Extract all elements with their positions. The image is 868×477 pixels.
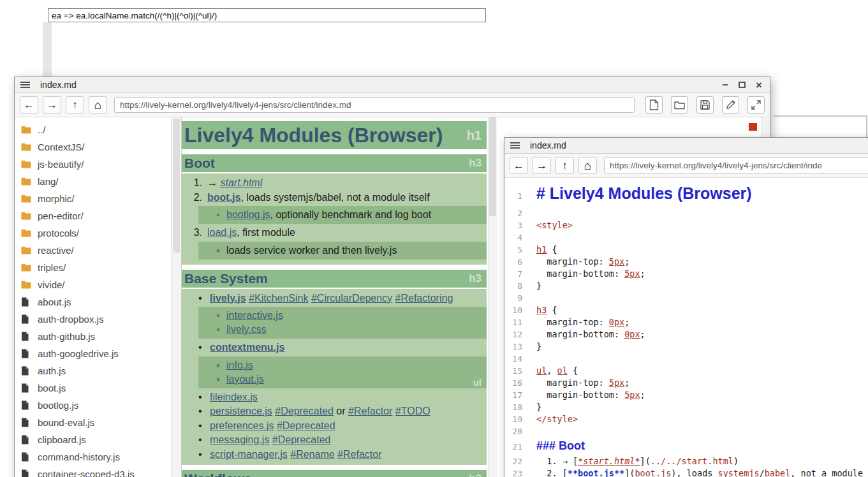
sidebar-item-file[interactable]: auth-github.js: [15, 328, 181, 345]
sidebar-item-folder[interactable]: triples/: [15, 259, 181, 276]
md-link[interactable]: start.html: [220, 177, 262, 188]
code-line[interactable]: 7 margin-bottom: 5px;: [504, 268, 868, 280]
code-line[interactable]: 22 1. → [*start.html*](../../start.html): [504, 455, 868, 467]
code-line[interactable]: 13}: [504, 341, 868, 353]
minimize-button[interactable]: −: [722, 80, 728, 91]
home-button[interactable]: ⌂: [578, 157, 597, 174]
window1-titlebar[interactable]: index.md − ×: [15, 77, 770, 93]
md-link[interactable]: #Deprecated: [277, 420, 335, 431]
forward-button[interactable]: →: [43, 96, 61, 114]
sidebar-item-file[interactable]: bound-eval.js: [15, 414, 181, 431]
code-line[interactable]: 12 margin-bottom: 0px;: [504, 328, 868, 341]
sidebar-item-folder[interactable]: protocols/: [15, 224, 181, 242]
window2-navbar: ← → ↑ ⌂: [504, 154, 868, 178]
window-menu-icon[interactable]: [20, 80, 30, 89]
sidebar-item-file[interactable]: about.js: [15, 293, 181, 311]
code-line[interactable]: 10h3 {: [504, 304, 868, 316]
close-button[interactable]: ×: [756, 80, 762, 91]
md-link[interactable]: #KitchenSink: [249, 293, 308, 304]
md-link[interactable]: persistence.js: [210, 406, 272, 416]
expand-button[interactable]: [747, 96, 765, 114]
code-line[interactable]: 4: [504, 231, 868, 244]
md-link[interactable]: lively.css: [226, 324, 267, 335]
md-link[interactable]: #CircularDepency: [311, 293, 392, 304]
sidebar-item-file[interactable]: boot.js: [15, 379, 181, 397]
code-line[interactable]: 14: [504, 353, 868, 365]
open-folder-button[interactable]: [671, 96, 688, 114]
md-link[interactable]: messaging.js: [210, 434, 269, 445]
up-button[interactable]: ↑: [66, 96, 84, 114]
sidebar-item-file[interactable]: auth.js: [15, 362, 181, 379]
up-button[interactable]: ↑: [555, 157, 574, 174]
new-file-button[interactable]: [645, 96, 663, 114]
code-line[interactable]: 19</style>: [504, 413, 868, 425]
file-name: ContextJS/: [38, 142, 84, 152]
code-line[interactable]: 20: [504, 425, 868, 437]
home-button[interactable]: ⌂: [89, 96, 107, 114]
sidebar-item-file[interactable]: container-scoped-d3.js: [15, 466, 181, 477]
code-line[interactable]: 3<style>: [504, 219, 868, 231]
forward-button[interactable]: →: [533, 157, 551, 174]
code-line[interactable]: 2: [504, 207, 868, 219]
sidebar-scrollbar[interactable]: [171, 117, 181, 477]
sidebar-item-folder[interactable]: morphic/: [15, 190, 181, 207]
md-link[interactable]: preferences.js: [210, 420, 274, 431]
code-line[interactable]: 16 margin-top: 5px;: [504, 377, 868, 389]
code-line[interactable]: 17 margin-bottom: 5px;: [504, 389, 868, 401]
sidebar-item-folder[interactable]: lang/: [15, 173, 181, 190]
code-line[interactable]: 18}: [504, 401, 868, 413]
edit-button[interactable]: [722, 96, 739, 114]
url-input[interactable]: [604, 158, 868, 173]
sidebar-item-file[interactable]: command-history.js: [15, 448, 181, 466]
code-line[interactable]: 15ul, ol {: [504, 365, 868, 377]
code-line[interactable]: 1# Lively4 Modules (Browser): [504, 182, 868, 207]
md-link[interactable]: #Refactoring: [395, 293, 453, 304]
back-button[interactable]: ←: [20, 96, 38, 114]
md-link[interactable]: interactive.js: [226, 310, 283, 321]
sidebar-item-folder[interactable]: ContextJS/: [15, 138, 181, 156]
md-link[interactable]: #Refactor: [348, 406, 392, 416]
maximize-button[interactable]: [739, 82, 746, 88]
sidebar-item-folder[interactable]: vivide/: [15, 276, 181, 293]
md-link[interactable]: #Deprecated: [275, 406, 334, 416]
file-name: reactive/: [38, 245, 74, 256]
md-link[interactable]: bootlog.js: [226, 209, 270, 220]
md-link[interactable]: contextmenu.js: [210, 342, 284, 353]
file-name: pen-editor/: [38, 210, 84, 221]
md-link[interactable]: fileindex.js: [210, 392, 258, 402]
window-menu-icon[interactable]: [510, 141, 520, 150]
sidebar-item-file[interactable]: clipboard.js: [15, 431, 181, 448]
md-link[interactable]: lively.js: [210, 293, 246, 304]
md-link[interactable]: #Refactor: [337, 449, 381, 460]
url-input[interactable]: [114, 97, 635, 113]
code-line[interactable]: 21### Boot: [504, 437, 868, 455]
sidebar-item-file[interactable]: auth-googledrive.js: [15, 345, 181, 362]
code-line[interactable]: 6 margin-top: 5px;: [504, 256, 868, 268]
code-line[interactable]: 5h1 {: [504, 244, 868, 256]
md-link[interactable]: #TODO: [395, 406, 430, 416]
sidebar-item-file[interactable]: bootlog.js: [15, 397, 181, 414]
probe-expression-input[interactable]: [48, 8, 486, 22]
code-editor[interactable]: 1# Lively4 Modules (Browser)23<style>45h…: [504, 178, 868, 477]
unsaved-indicator[interactable]: [749, 123, 757, 131]
content-scrollbar[interactable]: [488, 117, 497, 477]
sidebar-item-file[interactable]: auth-dropbox.js: [15, 311, 181, 328]
window2-titlebar[interactable]: index.md: [504, 138, 868, 154]
sidebar-item-folder[interactable]: reactive/: [15, 242, 181, 259]
md-link[interactable]: #Deprecated: [272, 434, 331, 445]
code-line[interactable]: 8}: [504, 280, 868, 292]
save-button[interactable]: [696, 96, 714, 114]
sidebar-item-folder[interactable]: js-beautify/: [15, 156, 181, 173]
md-link[interactable]: info.js: [226, 360, 253, 371]
back-button[interactable]: ←: [510, 157, 528, 174]
sidebar-item-folder[interactable]: ../: [15, 121, 181, 138]
sidebar-item-folder[interactable]: pen-editor/: [15, 207, 181, 224]
md-link[interactable]: boot.js: [207, 192, 240, 203]
code-line[interactable]: 9: [504, 292, 868, 304]
code-line[interactable]: 11 margin-top: 0px;: [504, 316, 868, 328]
md-link[interactable]: #Rename: [290, 449, 334, 460]
md-link[interactable]: script-manager.js: [210, 449, 288, 460]
md-link[interactable]: layout.js: [226, 374, 264, 385]
code-line[interactable]: 23 2. [**boot.js**](boot.js), loads syst…: [504, 467, 868, 477]
md-link[interactable]: load.js: [207, 227, 237, 238]
